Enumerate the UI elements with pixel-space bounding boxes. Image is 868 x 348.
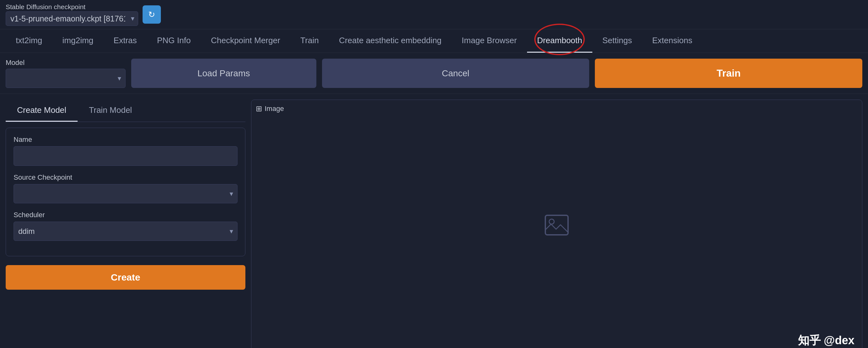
load-params-button[interactable]: Load Params (131, 59, 316, 88)
scheduler-select[interactable]: ddimplmseulereuler_adpm (13, 222, 238, 241)
scheduler-field-group: Scheduler ddimplmseulereuler_adpm (13, 211, 238, 241)
checkpoint-select[interactable]: v1-5-pruned-emaonly.ckpt [81761151] (6, 11, 138, 26)
model-label: Model (6, 59, 126, 67)
right-panel: ⊞ Image 知乎 @dex (251, 100, 862, 348)
tab-settings[interactable]: Settings (592, 29, 642, 53)
scheduler-label: Scheduler (13, 211, 238, 219)
image-placeholder-icon (544, 214, 569, 241)
tab-train[interactable]: Train (290, 29, 329, 53)
source-checkpoint-label: Source Checkpoint (13, 173, 238, 182)
sub-tab-trainmodel[interactable]: Train Model (78, 100, 143, 122)
sub-tabs: Create Model Train Model (6, 100, 245, 122)
source-checkpoint-dropdown-wrapper[interactable] (13, 184, 238, 203)
svg-rect-0 (545, 215, 568, 235)
checkpoint-label: Stable Diffusion checkpoint (6, 3, 138, 11)
main-content: Create Model Train Model Name Source Che… (0, 94, 868, 348)
tab-extras[interactable]: Extras (103, 29, 147, 53)
left-panel: Create Model Train Model Name Source Che… (6, 100, 245, 348)
train-button[interactable]: Train (595, 59, 862, 88)
image-label: ⊞ Image (256, 104, 284, 113)
tab-dreambooth[interactable]: Dreambooth (527, 29, 592, 53)
source-checkpoint-field-group: Source Checkpoint (13, 173, 238, 203)
source-checkpoint-select[interactable] (13, 184, 238, 203)
model-select[interactable] (6, 69, 126, 88)
checkpoint-section: Stable Diffusion checkpoint v1-5-pruned-… (6, 3, 138, 26)
tab-txt2img[interactable]: txt2img (6, 29, 52, 53)
sub-tab-createmodel[interactable]: Create Model (6, 100, 78, 122)
scheduler-dropdown-wrapper[interactable]: ddimplmseulereuler_adpm (13, 222, 238, 241)
tab-extensions[interactable]: Extensions (642, 29, 703, 53)
image-icon-small: ⊞ (256, 104, 262, 113)
create-button[interactable]: Create (6, 265, 245, 290)
refresh-icon: ↻ (148, 10, 155, 20)
refresh-button[interactable]: ↻ (143, 5, 161, 24)
tab-aesthetic[interactable]: Create aesthetic embedding (329, 29, 452, 53)
top-bar: Stable Diffusion checkpoint v1-5-pruned-… (0, 0, 868, 29)
svg-point-1 (549, 219, 554, 224)
model-select-wrapper[interactable] (6, 69, 126, 88)
tab-img2img[interactable]: img2img (52, 29, 103, 53)
nav-tabs: txt2img img2img Extras PNG Info Checkpoi… (0, 29, 868, 53)
checkpoint-select-wrapper[interactable]: v1-5-pruned-emaonly.ckpt [81761151] (6, 11, 138, 26)
tab-checkpointmerger[interactable]: Checkpoint Merger (201, 29, 290, 53)
tab-pnginfo[interactable]: PNG Info (147, 29, 201, 53)
name-label: Name (13, 135, 238, 144)
name-field-group: Name (13, 135, 238, 166)
name-input[interactable] (13, 146, 238, 166)
create-model-form: Name Source Checkpoint Scheduler ddimplm… (6, 128, 245, 256)
image-placeholder (251, 100, 862, 348)
model-section: Model (6, 59, 126, 88)
tab-imagebrowser[interactable]: Image Browser (452, 29, 527, 53)
action-bar: Model Load Params Cancel Train (0, 53, 868, 94)
cancel-button[interactable]: Cancel (322, 59, 589, 88)
